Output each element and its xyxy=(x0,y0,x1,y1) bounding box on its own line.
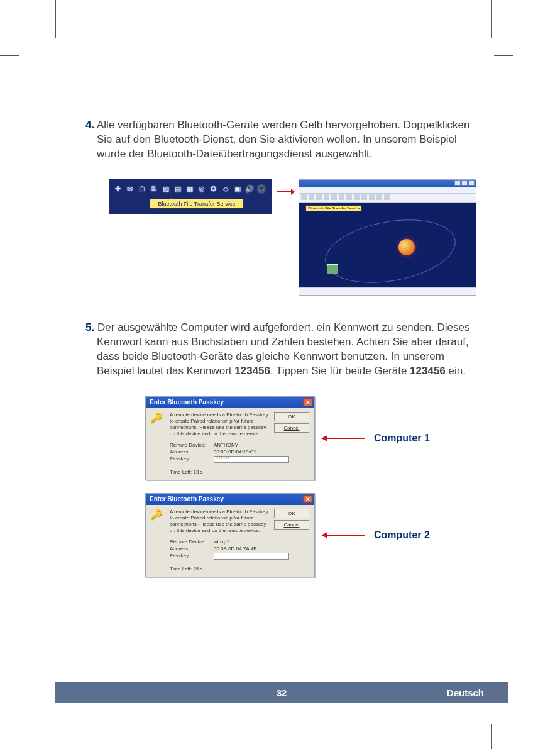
icon-generic: 🎧 xyxy=(256,184,266,194)
crop-mark xyxy=(0,55,19,56)
icon-generic: ▧ xyxy=(161,184,170,194)
icon-generic: ▣ xyxy=(233,184,242,194)
remote-device-label: Remote Device: xyxy=(170,442,210,448)
dialog-row-1: Enter Bluetooth Passkey ✕ 🔑 A remote dev… xyxy=(145,396,476,480)
address-value: 00:0B:0D:04:7A:4E xyxy=(214,546,257,552)
address-label: Address: xyxy=(170,449,210,455)
screenshot-tooltip: Bluetooth File Transfer Service xyxy=(305,205,362,211)
dialog-title-text: Enter Bluetooth Passkey xyxy=(150,496,224,502)
step-5-text-c: ein. xyxy=(446,365,466,377)
bluetooth-orbit-view: Bluetooth File Transfer Service xyxy=(299,203,476,287)
step-5-password-2: 123456 xyxy=(410,365,446,377)
close-icon[interactable]: ✕ xyxy=(303,398,312,406)
arrow-icon xyxy=(276,179,295,204)
cancel-button[interactable]: Cancel xyxy=(274,423,309,433)
crop-mark xyxy=(494,711,513,711)
step-5-text-b: . Tippen Sie für beide Geräte xyxy=(270,365,410,377)
key-icon: 🔑 xyxy=(151,509,162,525)
remote-device-value: winxp1 xyxy=(214,539,229,545)
orbit-ellipse xyxy=(320,210,460,287)
bluetooth-toolbar-figure: ✚ ✉ ☖ 🖶 ▧ ▤ ▦ ◎ ✪ ◇ ▣ 🔊 🎧 Bluetooth File… xyxy=(109,179,272,214)
icon-generic: ✪ xyxy=(209,184,218,194)
icon-generic: 🔊 xyxy=(244,184,254,194)
window-toolbar xyxy=(299,194,476,203)
passkey-dialog-2: Enter Bluetooth Passkey ✕ 🔑 A remote dev… xyxy=(145,493,315,577)
device-icon xyxy=(327,264,338,274)
window-max-icon xyxy=(461,180,468,186)
toolbar-icons: ✚ ✉ ☖ 🖶 ▧ ▤ ▦ ◎ ✪ ◇ ▣ 🔊 🎧 xyxy=(112,183,270,195)
crop-mark xyxy=(491,0,492,38)
dialog-body: 🔑 A remote device needs a Bluetooth Pass… xyxy=(146,408,314,480)
dialog-message: A remote device needs a Bluetooth Passke… xyxy=(170,509,270,534)
window-titlebar xyxy=(299,180,476,187)
key-icon: 🔑 xyxy=(151,412,162,428)
svg-marker-4 xyxy=(321,532,327,538)
step-4: 4. Alle verfügbaren Bluetooth-Geräte wer… xyxy=(85,118,476,162)
window-min-icon xyxy=(454,180,461,186)
window-statusbar xyxy=(299,287,476,295)
remote-device-value: ANTHONY xyxy=(214,442,238,448)
passkey-label: Passkey: xyxy=(170,456,210,463)
passkey-input[interactable] xyxy=(214,553,289,560)
dialog-fields: Remote Device: ANTHONY Address: 00:0B:0D… xyxy=(170,441,309,464)
bluetooth-places-screenshot: Bluetooth File Transfer Service xyxy=(299,179,476,296)
dialog-row-2: Enter Bluetooth Passkey ✕ 🔑 A remote dev… xyxy=(145,493,476,577)
remote-device-label: Remote Device: xyxy=(170,539,210,545)
step-5-number: 5. xyxy=(85,321,94,333)
icon-generic: ☖ xyxy=(137,184,146,194)
icon-generic: 🖶 xyxy=(149,184,158,194)
icon-generic: ◇ xyxy=(221,184,230,194)
page-number: 32 xyxy=(277,687,287,698)
passkey-input[interactable]: ****** xyxy=(214,456,289,463)
close-icon[interactable]: ✕ xyxy=(303,495,312,503)
window-menubar xyxy=(299,187,476,194)
dialog-message: A remote device needs a Bluetooth Passke… xyxy=(170,412,270,437)
computer-2-label: Computer 2 xyxy=(374,530,430,541)
step-5: 5. Der ausgewählte Computer wird aufgefo… xyxy=(85,321,476,379)
time-left-text: Time Left: 13 s xyxy=(170,469,309,475)
crop-mark xyxy=(491,724,492,749)
figure-row-1: ✚ ✉ ☖ 🖶 ▧ ▤ ▦ ◎ ✪ ◇ ▣ 🔊 🎧 Bluetooth File… xyxy=(109,179,476,296)
dialog-body: 🔑 A remote device needs a Bluetooth Pass… xyxy=(146,505,314,577)
arrow-icon xyxy=(321,531,365,540)
footer-language: Deutsch xyxy=(447,687,484,698)
passkey-label: Passkey: xyxy=(170,553,210,560)
icon-generic: ✚ xyxy=(113,184,123,194)
crop-mark xyxy=(39,711,58,711)
dialog-titlebar: Enter Bluetooth Passkey ✕ xyxy=(146,397,314,408)
icon-generic: ✉ xyxy=(125,184,135,194)
window-close-icon xyxy=(468,180,475,186)
address-value: 00:0B:0D:04:19:C1 xyxy=(214,449,256,455)
toolbar-tooltip: Bluetooth File Transfer Service xyxy=(150,199,244,209)
passkey-dialog-1: Enter Bluetooth Passkey ✕ 🔑 A remote dev… xyxy=(145,396,315,480)
page: 4. Alle verfügbaren Bluetooth-Geräte wer… xyxy=(55,55,508,703)
svg-marker-1 xyxy=(291,189,295,195)
icon-generic: ▦ xyxy=(185,184,194,194)
dialog-buttons: OK Cancel xyxy=(274,412,309,433)
arrow-icon xyxy=(321,434,365,443)
icon-generic: ▤ xyxy=(173,184,182,194)
dialog-titlebar: Enter Bluetooth Passkey ✕ xyxy=(146,494,314,505)
svg-marker-2 xyxy=(321,435,327,441)
crop-mark xyxy=(55,0,56,38)
content-area: 4. Alle verfügbaren Bluetooth-Geräte wer… xyxy=(55,55,508,577)
dialog-title-text: Enter Bluetooth Passkey xyxy=(150,399,224,406)
step-5-password-1: 123456 xyxy=(234,365,270,377)
address-label: Address: xyxy=(170,546,210,552)
step-4-text: Alle verfügbaren Bluetooth-Geräte werden… xyxy=(97,119,469,160)
dialog-buttons: OK Cancel xyxy=(274,509,309,530)
computer-1-label: Computer 1 xyxy=(374,433,430,444)
cancel-button[interactable]: Cancel xyxy=(274,520,309,530)
dialogs-column: Enter Bluetooth Passkey ✕ 🔑 A remote dev… xyxy=(145,396,476,577)
icon-generic: ◎ xyxy=(197,184,206,194)
dialog-fields: Remote Device: winxp1 Address: 00:0B:0D:… xyxy=(170,538,309,561)
ok-button[interactable]: OK xyxy=(274,509,309,518)
ok-button[interactable]: OK xyxy=(274,412,309,421)
time-left-text: Time Left: 25 s xyxy=(170,566,309,572)
step-4-number: 4. xyxy=(85,119,94,131)
center-sphere-icon xyxy=(398,239,415,255)
page-footer: 32 Deutsch xyxy=(55,682,508,703)
